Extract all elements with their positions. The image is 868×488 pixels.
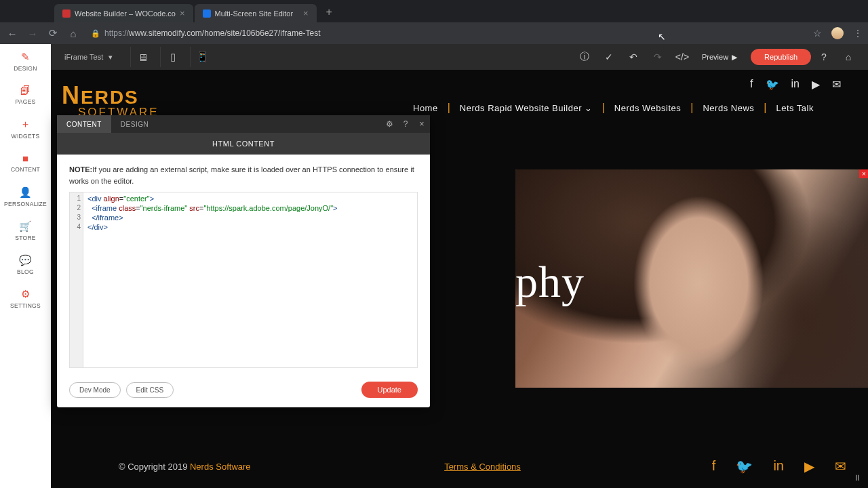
gear-icon: ⚙ — [21, 288, 30, 300]
sidebar-item-store[interactable]: 🛒STORE — [0, 214, 51, 247]
back-button[interactable]: ← — [5, 28, 19, 39]
hero-text-fragment: phy — [515, 256, 585, 308]
facebook-icon[interactable]: f — [712, 458, 716, 474]
panel-note: NOTE:If you are adding an external scrip… — [69, 164, 418, 186]
browser-tab[interactable]: Website Builder – WOCode.co × — [54, 4, 193, 22]
undo-icon[interactable]: ↶ — [622, 47, 645, 67]
youtube-icon[interactable]: ▶ — [804, 458, 814, 474]
republish-button[interactable]: Republish — [751, 49, 811, 65]
facebook-icon[interactable]: f — [750, 78, 753, 91]
pages-icon: 🗐 — [20, 85, 31, 96]
chat-icon: 💬 — [19, 254, 32, 266]
sidebar-item-pages[interactable]: 🗐PAGES — [0, 78, 51, 112]
site-logo[interactable]: NNERDSERDS SOFTWARE — [62, 83, 159, 118]
tab-favicon-icon — [203, 9, 211, 18]
home-button[interactable]: ⌂ — [66, 28, 80, 39]
chevron-down-icon: ⌄ — [585, 103, 593, 113]
editor-topbar: iFrame Test 🖥 ▯ 📱 ⓘ ✓ ↶ ↷ </> Preview▶ R… — [51, 44, 868, 70]
youtube-icon[interactable]: ▶ — [812, 78, 820, 91]
sidebar-item-widgets[interactable]: ＋WIDGETS — [0, 112, 51, 146]
site-selector[interactable]: iFrame Test — [59, 50, 125, 64]
sidebar-item-design[interactable]: ✎DESIGN — [0, 44, 51, 78]
twitter-icon[interactable]: 🐦 — [736, 458, 753, 474]
nav-home[interactable]: Home — [413, 103, 438, 113]
sidebar-item-label: SETTINGS — [10, 302, 41, 309]
mail-icon[interactable]: ✉ — [832, 78, 841, 91]
desktop-view-button[interactable]: 🖥 — [130, 47, 155, 67]
reload-button[interactable]: ⟳ — [46, 27, 60, 39]
nav-builder[interactable]: Nerds Rapid Website Builder ⌄ — [460, 103, 593, 113]
help-icon[interactable]: ? — [397, 115, 414, 133]
terms-link[interactable]: Terms & Conditions — [444, 462, 521, 472]
logo-main-text: NNERDSERDS — [62, 83, 159, 108]
sidebar-item-content[interactable]: ■CONTENT — [0, 146, 51, 180]
twitter-icon[interactable]: 🐦 — [766, 78, 779, 91]
tab-content[interactable]: CONTENT — [57, 115, 111, 133]
site-footer: © Copyright 2019 Nerds Software Terms & … — [119, 458, 846, 474]
preview-button[interactable]: Preview▶ — [695, 53, 744, 62]
new-tab-button[interactable]: + — [318, 2, 340, 22]
sidebar-item-label: CONTENT — [11, 166, 40, 173]
tab-label: Multi-Screen Site Editor — [215, 9, 294, 18]
header-socials: f 🐦 in ▶ ✉ — [750, 78, 841, 91]
profile-avatar[interactable] — [831, 27, 844, 39]
pause-icon: ⏸ — [853, 473, 861, 483]
sidebar-item-label: BLOG — [17, 268, 34, 275]
site-nav: Home| Nerds Rapid Website Builder ⌄| Ner… — [413, 95, 841, 123]
check-icon[interactable]: ✓ — [597, 47, 620, 67]
person-icon: 👤 — [19, 186, 32, 199]
url-protocol: https:// — [104, 28, 129, 38]
plus-icon: ＋ — [20, 118, 31, 131]
mail-icon[interactable]: ✉ — [835, 458, 846, 474]
help-icon[interactable]: ? — [812, 47, 835, 67]
tab-label: Website Builder – WOCode.co — [75, 9, 176, 18]
copyright-link[interactable]: Nerds Software — [190, 462, 251, 472]
folder-icon: ■ — [22, 152, 28, 164]
browser-tab-active[interactable]: Multi-Screen Site Editor × — [195, 4, 317, 22]
address-bar: ← → ⟳ ⌂ 🔒 https://www.sitemodify.com/hom… — [0, 22, 868, 44]
nav-news[interactable]: Nerds News — [703, 103, 754, 113]
dev-mode-button[interactable]: Dev Mode — [69, 382, 121, 398]
code-icon[interactable]: </> — [671, 47, 694, 67]
sidebar-item-label: PAGES — [15, 98, 35, 105]
menu-icon[interactable]: ⋮ — [853, 28, 863, 39]
tab-design[interactable]: DESIGN — [111, 115, 158, 133]
sidebar-item-label: STORE — [15, 235, 36, 241]
panel-footer: Dev Mode Edit CSS Update — [57, 375, 430, 407]
code-gutter: 1234 — [70, 192, 83, 367]
linkedin-icon[interactable]: in — [791, 78, 800, 91]
tablet-view-button[interactable]: ▯ — [160, 47, 184, 67]
url-path: www.sitemodify.com/home/site/106b6e27/if… — [129, 28, 321, 38]
mobile-view-button[interactable]: 📱 — [190, 47, 214, 67]
sidebar-item-settings[interactable]: ⚙SETTINGS — [0, 281, 51, 315]
preview-label: Preview — [702, 53, 728, 61]
close-icon[interactable]: × — [303, 8, 309, 18]
sidebar-item-label: PERSONALIZE — [4, 201, 47, 207]
info-icon[interactable]: ⓘ — [573, 47, 596, 67]
footer-socials: f 🐦 in ▶ ✉ — [712, 458, 846, 474]
close-icon[interactable]: × — [859, 169, 868, 178]
pencil-icon: ✎ — [21, 51, 30, 63]
sidebar-item-blog[interactable]: 💬BLOG — [0, 247, 51, 281]
copyright-text: © Copyright 2019 Nerds Software — [119, 462, 251, 472]
hero-image[interactable]: × phy — [515, 169, 868, 388]
sidebar-item-personalize[interactable]: 👤PERSONALIZE — [0, 180, 51, 214]
url-field[interactable]: 🔒 https://www.sitemodify.com/home/site/1… — [91, 28, 321, 38]
close-icon[interactable]: × — [414, 115, 430, 133]
home-icon[interactable]: ⌂ — [837, 47, 860, 67]
code-content: <div align="center"> <iframe class="nerd… — [85, 192, 417, 233]
nav-talk[interactable]: Lets Talk — [776, 103, 814, 113]
close-icon[interactable]: × — [180, 8, 185, 18]
edit-css-button[interactable]: Edit CSS — [126, 382, 174, 398]
update-button[interactable]: Update — [361, 382, 418, 398]
gear-icon[interactable]: ⚙ — [381, 115, 397, 133]
code-editor[interactable]: 1234 <div align="center"> <iframe class=… — [69, 192, 418, 368]
tab-favicon-icon — [62, 9, 71, 18]
nav-websites[interactable]: Nerds Websites — [614, 103, 682, 113]
html-content-panel: CONTENT DESIGN ⚙ ? × HTML CONTENT NOTE:I… — [57, 115, 430, 407]
lock-icon: 🔒 — [91, 29, 100, 38]
linkedin-icon[interactable]: in — [773, 458, 784, 474]
forward-button[interactable]: → — [26, 28, 39, 39]
bookmark-icon[interactable]: ☆ — [813, 28, 822, 39]
redo-icon[interactable]: ↷ — [646, 47, 669, 67]
